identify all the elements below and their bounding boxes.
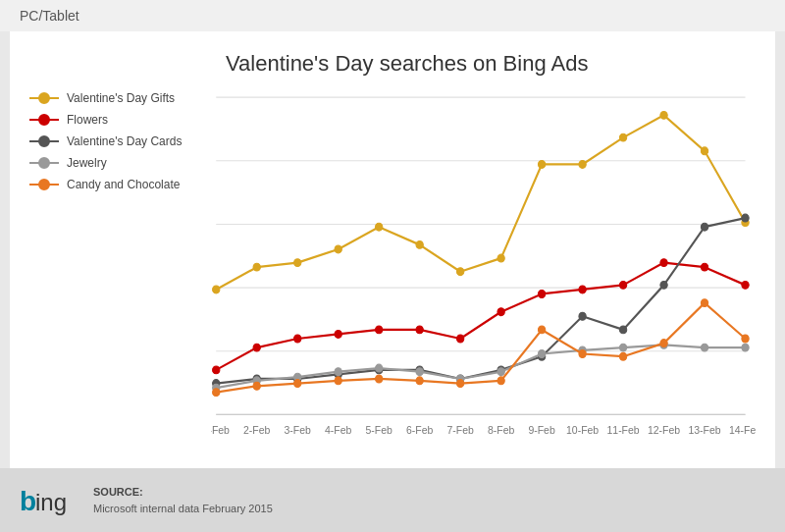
svg-text:14-Feb: 14-Feb bbox=[729, 424, 756, 436]
svg-point-16 bbox=[579, 161, 586, 169]
svg-point-12 bbox=[416, 240, 423, 248]
legend-label-jewelry: Jewelry bbox=[67, 156, 107, 170]
legend-item-gifts: Valentine's Day Gifts bbox=[29, 91, 211, 105]
svg-point-24 bbox=[335, 331, 341, 339]
svg-text:6-Feb: 6-Feb bbox=[406, 424, 433, 436]
header-bar: PC/Tablet bbox=[0, 0, 785, 31]
svg-point-54 bbox=[416, 368, 423, 376]
source-text: Microsoft internal data February 2015 bbox=[93, 501, 273, 517]
legend-line-flowers bbox=[29, 119, 59, 121]
svg-point-52 bbox=[335, 368, 341, 376]
svg-point-13 bbox=[456, 268, 463, 276]
svg-point-65 bbox=[294, 380, 301, 388]
svg-point-67 bbox=[376, 375, 383, 383]
svg-point-34 bbox=[742, 281, 749, 289]
legend-line-jewelry bbox=[29, 162, 59, 164]
legend-item-cards: Valentine's Day Cards bbox=[29, 134, 211, 148]
svg-point-28 bbox=[497, 308, 504, 316]
svg-point-72 bbox=[579, 350, 586, 358]
svg-text:11-Feb: 11-Feb bbox=[607, 424, 640, 436]
svg-point-32 bbox=[660, 259, 667, 267]
svg-text:3-Feb: 3-Feb bbox=[285, 424, 311, 436]
chart-area: Valentine's Day searches on Bing Ads Val… bbox=[10, 31, 775, 468]
legend-label-gifts: Valentine's Day Gifts bbox=[67, 91, 175, 105]
svg-point-31 bbox=[619, 281, 626, 289]
svg-point-47 bbox=[701, 223, 707, 231]
svg-point-48 bbox=[742, 214, 749, 222]
bing-logo: b ing bbox=[20, 485, 78, 516]
svg-point-29 bbox=[538, 291, 545, 298]
svg-point-74 bbox=[660, 340, 667, 347]
svg-point-53 bbox=[376, 364, 383, 372]
header-title: PC/Tablet bbox=[20, 8, 79, 24]
svg-point-45 bbox=[619, 326, 626, 334]
svg-point-25 bbox=[376, 326, 383, 334]
svg-point-33 bbox=[701, 263, 707, 271]
svg-text:8-Feb: 8-Feb bbox=[488, 424, 514, 436]
svg-point-23 bbox=[294, 335, 301, 343]
svg-point-44 bbox=[579, 312, 586, 320]
source-block: SOURCE: Microsoft internal data February… bbox=[93, 484, 273, 516]
svg-text:10-Feb: 10-Feb bbox=[566, 424, 599, 436]
svg-point-27 bbox=[456, 335, 463, 343]
svg-point-14 bbox=[497, 254, 504, 262]
legend-line-cards bbox=[29, 140, 59, 142]
svg-point-7 bbox=[213, 286, 220, 293]
svg-text:12-Feb: 12-Feb bbox=[648, 424, 680, 436]
svg-text:7-Feb: 7-Feb bbox=[446, 424, 473, 436]
bing-logo-svg: b ing bbox=[20, 485, 78, 516]
svg-point-30 bbox=[579, 286, 586, 293]
legend-line-gifts bbox=[29, 97, 59, 99]
svg-point-56 bbox=[497, 368, 504, 376]
svg-point-64 bbox=[253, 382, 260, 390]
svg-point-9 bbox=[294, 259, 301, 267]
chart-svg: 1-Feb2-Feb3-Feb4-Feb5-Feb6-Feb7-Feb8-Feb… bbox=[211, 86, 756, 458]
main-container: PC/Tablet Valentine's Day searches on Bi… bbox=[0, 0, 785, 532]
svg-point-11 bbox=[376, 223, 383, 231]
legend-item-flowers: Flowers bbox=[29, 113, 211, 127]
svg-point-46 bbox=[660, 281, 667, 289]
svg-point-18 bbox=[660, 111, 667, 119]
svg-point-70 bbox=[497, 377, 504, 385]
svg-point-17 bbox=[619, 133, 626, 141]
legend-item-jewelry: Jewelry bbox=[29, 156, 211, 170]
svg-text:9-Feb: 9-Feb bbox=[528, 424, 554, 436]
svg-point-68 bbox=[416, 377, 423, 385]
chart-title: Valentine's Day searches on Bing Ads bbox=[226, 51, 756, 77]
svg-text:5-Feb: 5-Feb bbox=[366, 424, 392, 436]
legend-label-cards: Valentine's Day Cards bbox=[67, 134, 182, 148]
svg-point-21 bbox=[213, 366, 220, 374]
svg-point-62 bbox=[742, 344, 749, 351]
svg-text:1-Feb: 1-Feb bbox=[211, 424, 230, 436]
svg-text:b: b bbox=[20, 486, 36, 516]
legend-label-flowers: Flowers bbox=[67, 113, 108, 127]
svg-text:13-Feb: 13-Feb bbox=[688, 424, 720, 436]
svg-point-10 bbox=[335, 245, 341, 253]
legend-line-candy bbox=[29, 184, 59, 186]
svg-point-75 bbox=[701, 299, 707, 307]
svg-point-69 bbox=[456, 380, 463, 388]
svg-point-76 bbox=[742, 335, 749, 343]
legend-label-candy: Candy and Chocolate bbox=[67, 178, 180, 191]
svg-point-8 bbox=[253, 263, 260, 271]
footer: b ing SOURCE: Microsoft internal data Fe… bbox=[0, 468, 785, 532]
svg-point-57 bbox=[538, 350, 545, 358]
svg-point-73 bbox=[619, 352, 626, 360]
svg-text:2-Feb: 2-Feb bbox=[243, 424, 270, 436]
legend: Valentine's Day GiftsFlowersValentine's … bbox=[29, 86, 211, 458]
svg-text:ing: ing bbox=[35, 489, 67, 515]
legend-item-candy: Candy and Chocolate bbox=[29, 178, 211, 191]
chart-body: Valentine's Day GiftsFlowersValentine's … bbox=[29, 86, 756, 458]
svg-point-61 bbox=[701, 344, 707, 351]
svg-point-63 bbox=[213, 389, 220, 397]
source-label: SOURCE: bbox=[93, 484, 273, 501]
svg-point-15 bbox=[538, 161, 545, 169]
svg-text:4-Feb: 4-Feb bbox=[325, 424, 351, 436]
svg-point-19 bbox=[701, 147, 707, 155]
svg-point-59 bbox=[619, 344, 626, 351]
svg-point-22 bbox=[253, 344, 260, 351]
svg-point-66 bbox=[335, 377, 341, 385]
svg-point-26 bbox=[416, 326, 423, 334]
svg-point-71 bbox=[538, 326, 545, 334]
